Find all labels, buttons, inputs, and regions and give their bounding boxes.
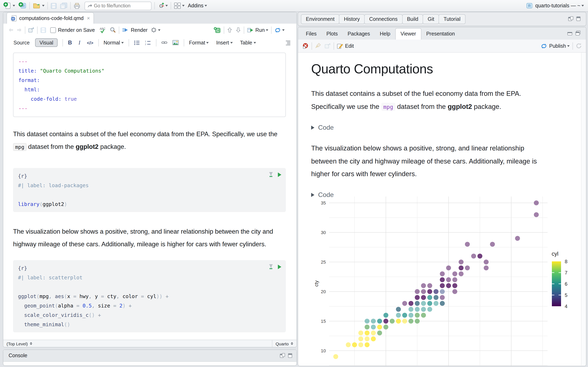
new-project-button[interactable]: R — [18, 2, 26, 9]
tab-packages[interactable]: Packages — [343, 29, 375, 40]
source-mode-button[interactable]: Source — [9, 38, 34, 47]
tab-help[interactable]: Help — [375, 29, 395, 40]
minimize-pane-icon[interactable] — [280, 353, 285, 358]
inline-code-button[interactable]: </> — [87, 40, 93, 45]
yaml-front-matter[interactable]: ---title: "Quarto Computations"format: h… — [13, 53, 286, 117]
render-on-save-checkbox[interactable]: Render on Save — [49, 27, 95, 33]
italic-button[interactable]: I — [78, 39, 80, 46]
run-label: Run — [255, 27, 265, 33]
insert-chunk-button[interactable]: C — [214, 27, 221, 33]
editor-tab[interactable]: computations-code-fold.qmd × — [7, 12, 94, 24]
render-button[interactable]: Render — [122, 27, 148, 33]
forward-arrow-icon — [17, 28, 22, 32]
insert-menu[interactable]: Insert — [216, 40, 233, 45]
render-icon — [122, 27, 129, 33]
new-file-button[interactable] — [3, 2, 15, 9]
svg-text:25: 25 — [321, 259, 326, 265]
save-doc-button[interactable] — [40, 27, 46, 33]
tab-plots[interactable]: Plots — [321, 29, 343, 40]
refresh-button[interactable] — [576, 43, 582, 49]
numbered-list-button[interactable]: 1 2 — [145, 40, 151, 45]
viewer-popout-button[interactable] — [325, 43, 331, 49]
render-options-button[interactable] — [151, 27, 161, 33]
tab-connections[interactable]: Connections — [364, 14, 402, 24]
bold-button[interactable]: B — [68, 40, 72, 46]
minimize-pane-icon[interactable] — [567, 31, 572, 35]
outline-toggle-button[interactable] — [285, 40, 291, 45]
editor-paragraph-2[interactable]: The visualization below shows a positive… — [13, 225, 283, 250]
svg-text:4: 4 — [565, 304, 567, 309]
version-control-button[interactable]: G — [158, 2, 168, 9]
viewer-content[interactable]: Quarto Computations This dataset contain… — [298, 53, 586, 366]
link-button[interactable] — [161, 40, 167, 45]
spellcheck-button[interactable]: ABC — [100, 27, 107, 33]
run-chunk-icon[interactable] — [277, 264, 282, 269]
maximize-pane-icon[interactable] — [576, 16, 581, 21]
save-all-icon — [60, 2, 67, 9]
table-menu[interactable]: Table — [240, 40, 256, 45]
run-chunks-above-icon[interactable] — [268, 172, 274, 177]
tab-git[interactable]: Git — [423, 14, 439, 24]
tab-tutorial[interactable]: Tutorial — [439, 14, 465, 24]
paragraph-style-dropdown[interactable]: Normal — [104, 40, 124, 45]
close-tab-icon[interactable]: × — [87, 16, 90, 21]
version-control-icon: G — [158, 2, 164, 9]
environment-tabstrip: EnvironmentHistoryConnectionsBuildGitTut… — [298, 12, 586, 26]
goto-file-input[interactable] — [93, 3, 148, 8]
go-prev-section-button[interactable] — [227, 27, 233, 33]
outline-scope-selector[interactable]: (Top Level) — [3, 340, 35, 347]
run-chunks-above-icon[interactable] — [268, 264, 274, 269]
save-button[interactable] — [51, 3, 57, 9]
visual-mode-button[interactable]: Visual — [35, 38, 58, 47]
tab-files[interactable]: Files — [301, 29, 321, 40]
divider — [334, 42, 334, 50]
table-label: Table — [240, 40, 252, 45]
viewer-scrollbar[interactable] — [581, 53, 586, 365]
format-menu[interactable]: Format — [189, 40, 209, 45]
go-next-section-button[interactable] — [236, 27, 241, 33]
chevron-down-icon — [182, 5, 185, 7]
project-menu[interactable]: R quarto-tutorials — ~ — [526, 0, 584, 11]
clear-viewer-button[interactable] — [315, 43, 321, 49]
search-icon — [110, 27, 116, 33]
code-fold-toggle-1[interactable]: Code — [311, 124, 586, 131]
source-publish-button[interactable] — [275, 27, 285, 33]
publish-button[interactable]: Publish — [541, 43, 570, 49]
panes-layout-button[interactable] — [174, 2, 185, 9]
tab-viewer[interactable]: Viewer — [395, 28, 421, 40]
maximize-pane-icon[interactable] — [575, 31, 581, 35]
back-button[interactable] — [8, 28, 13, 32]
maximize-pane-icon[interactable] — [288, 353, 292, 358]
print-button[interactable] — [73, 3, 80, 9]
bullet-list-button[interactable] — [134, 40, 140, 45]
goto-file-search[interactable] — [85, 1, 151, 10]
find-button[interactable] — [110, 27, 116, 33]
stop-button[interactable] — [302, 43, 309, 49]
edit-button[interactable]: Edit — [337, 43, 354, 49]
tab-presentation[interactable]: Presentation — [421, 29, 460, 40]
divider — [271, 26, 272, 34]
editor-content[interactable]: ---title: "Quarto Computations"format: h… — [3, 49, 296, 340]
forward-button[interactable] — [17, 28, 22, 32]
environment-pane: EnvironmentHistoryConnectionsBuildGitTut… — [298, 12, 586, 26]
tab-environment[interactable]: Environment — [301, 14, 339, 24]
divider — [129, 39, 129, 46]
viewer-toolbar: Edit Publish — [298, 40, 586, 53]
doc-type-selector[interactable]: Quarto — [272, 340, 296, 347]
code-chunk-scatterplot[interactable]: {r}#| label: scatterplot ggplot(mpg, aes… — [13, 260, 286, 332]
tab-history[interactable]: History — [339, 14, 365, 24]
addins-menu[interactable]: Addins — [188, 3, 207, 8]
save-all-button[interactable] — [60, 2, 67, 9]
up-arrow-icon — [227, 27, 233, 33]
console-header[interactable]: Console — [3, 350, 296, 362]
run-chunk-icon[interactable] — [277, 172, 282, 177]
image-button[interactable] — [172, 40, 179, 45]
tab-build[interactable]: Build — [402, 14, 423, 24]
editor-paragraph-1[interactable]: This dataset contains a subset of the fu… — [13, 128, 283, 153]
open-file-button[interactable] — [33, 2, 44, 9]
minimize-pane-icon[interactable] — [568, 16, 573, 21]
code-chunk-load-packages[interactable]: {r}#| label: load-packages library(ggplo… — [13, 168, 286, 212]
svg-text:10: 10 — [321, 348, 326, 353]
run-button[interactable]: Run — [247, 27, 268, 33]
popout-window-button[interactable] — [28, 27, 34, 33]
